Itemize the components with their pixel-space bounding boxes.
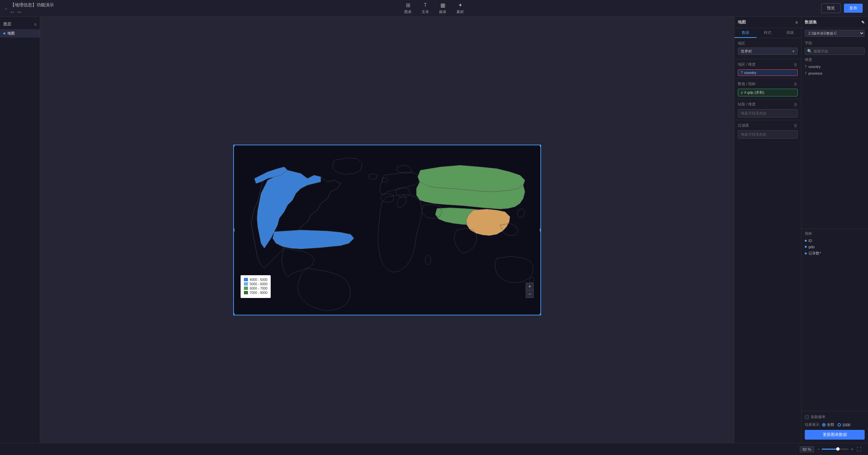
zoom-slider-thumb bbox=[836, 447, 840, 451]
update-chart-button[interactable]: 更新图表数据 bbox=[805, 430, 865, 439]
radio-count-label: 1000 bbox=[842, 423, 850, 427]
map-zoom-controls: + − bbox=[526, 282, 534, 298]
metric-row: 数值 / 指标 🗑 bbox=[735, 80, 801, 88]
search-input[interactable] bbox=[813, 49, 862, 53]
title-area: 【地理信息】功能演示 ↩ ↪ bbox=[10, 2, 54, 15]
back-button[interactable]: ‹ bbox=[5, 6, 7, 11]
metric-item-gdp[interactable]: gdp bbox=[805, 244, 865, 250]
field-type-icon-country: T bbox=[805, 65, 807, 69]
radio-group: 全部 1000 bbox=[822, 422, 850, 427]
geo-dim-delete-icon[interactable]: 🗑 bbox=[794, 62, 798, 67]
legend-color-0 bbox=[244, 278, 248, 281]
canvas-area[interactable]: 地图 bbox=[40, 17, 734, 443]
sidebar-menu-icon[interactable]: ≡ bbox=[34, 22, 36, 27]
filter-delete-icon[interactable]: 🗑 bbox=[794, 123, 798, 128]
tab-advanced[interactable]: 高级 bbox=[779, 28, 801, 38]
result-label: 结果展示 bbox=[805, 422, 819, 427]
refresh-checkbox[interactable] bbox=[805, 415, 809, 419]
dataset-version-select[interactable]: 2.1版本演示数据-C bbox=[805, 30, 865, 37]
publish-button[interactable]: 发布 bbox=[844, 4, 863, 13]
metric-name-count: 记录数* bbox=[808, 251, 821, 256]
map-zoom-out-button[interactable]: − bbox=[526, 290, 533, 298]
tab-data[interactable]: 数据 bbox=[735, 28, 756, 38]
field-item-country[interactable]: T country bbox=[801, 63, 868, 70]
geo-dim-row: 地区 / 维度 🗑 bbox=[735, 61, 801, 68]
layer-dot bbox=[3, 32, 5, 34]
asset-icon: ✦ bbox=[457, 2, 464, 8]
zoom-slider[interactable] bbox=[822, 449, 848, 450]
metric-item-count[interactable]: 记录数* bbox=[805, 250, 865, 257]
map-panel-menu-icon[interactable]: ≡ bbox=[796, 20, 798, 25]
metric-item-id[interactable]: ID bbox=[805, 238, 865, 244]
geo-dim-tag[interactable]: T country bbox=[738, 69, 798, 76]
dataset-panel: 数据集 ✎ 2.1版本演示数据-C 字段 🔍 维度 T country T pr… bbox=[801, 17, 868, 443]
layer-name: 地图 bbox=[7, 31, 15, 36]
legend-color-2 bbox=[244, 286, 248, 290]
undo-button[interactable]: ↩ bbox=[10, 9, 14, 15]
tool-text[interactable]: Ｔ 文本 bbox=[422, 2, 429, 14]
drill-label: 钻取 / 维度 bbox=[738, 102, 755, 107]
drill-delete-icon[interactable]: 🗑 bbox=[794, 102, 798, 107]
legend-item-2: 6000 - 7000 bbox=[244, 286, 267, 290]
tool-asset[interactable]: ✦ 素材 bbox=[457, 2, 464, 14]
metric-dot-id bbox=[805, 240, 807, 242]
chart-icon: ⊞ bbox=[404, 2, 411, 8]
zoom-slider-container: − + bbox=[817, 447, 853, 452]
radio-count[interactable]: 1000 bbox=[838, 423, 850, 427]
search-field[interactable]: 🔍 bbox=[805, 48, 865, 55]
radio-all[interactable]: 全部 bbox=[822, 422, 834, 427]
legend-item-3: 7000 - 8000 bbox=[244, 291, 267, 295]
fullscreen-icon[interactable]: ⛶ bbox=[857, 447, 861, 452]
layer-item-map[interactable]: 地图 bbox=[0, 29, 40, 37]
preview-button[interactable]: 预览 bbox=[821, 3, 841, 13]
topbar: ‹ 【地理信息】功能演示 ↩ ↪ ⊞ 图表 Ｔ 文本 ▦ 媒体 ✦ 素材 预览 … bbox=[0, 0, 868, 17]
media-icon: ▦ bbox=[439, 2, 446, 8]
redo-button[interactable]: ↪ bbox=[17, 9, 21, 15]
map-zoom-in-button[interactable]: + bbox=[526, 283, 533, 290]
undo-redo-group: ↩ ↪ bbox=[10, 9, 54, 15]
metric-tag[interactable]: # # gdp (求和) bbox=[738, 89, 798, 96]
metric-label: 数值 / 指标 bbox=[738, 81, 755, 86]
map-container bbox=[234, 145, 540, 315]
region-section: 地区 世界村 中国 ▼ bbox=[735, 38, 801, 58]
zoom-unit: % bbox=[808, 447, 811, 451]
dataset-header: 数据集 ✎ bbox=[801, 17, 868, 28]
zoom-out-icon[interactable]: − bbox=[817, 447, 820, 452]
map-panel-header: 地图 ≡ bbox=[735, 17, 801, 28]
metric-name-id: ID bbox=[808, 239, 812, 243]
metric-delete-icon[interactable]: 🗑 bbox=[794, 82, 798, 86]
metric-type-icon: # bbox=[741, 91, 743, 95]
legend-color-3 bbox=[244, 291, 248, 294]
drill-row: 钻取 / 维度 🗑 bbox=[735, 100, 801, 108]
zoom-in-icon[interactable]: + bbox=[850, 447, 853, 452]
region-select[interactable]: 世界村 中国 bbox=[738, 48, 798, 55]
map-legend: 4000 - 5000 5000 - 6000 6000 - 7000 7000… bbox=[241, 275, 271, 298]
sidebar-header: 图层 ≡ bbox=[0, 20, 40, 29]
tool-chart[interactable]: ⊞ 图表 bbox=[404, 2, 411, 14]
text-icon: Ｔ bbox=[422, 2, 429, 8]
filter-row: 过滤器 🗑 bbox=[735, 122, 801, 129]
zoom-display: 82 % bbox=[800, 446, 814, 452]
map-config-panel: 地图 ≡ 数据 样式 高级 地区 世界村 中国 ▼ 地区 / 维度 🗑 bbox=[734, 17, 801, 443]
chart-frame: 地图 bbox=[233, 145, 541, 315]
geo-dim-value: country bbox=[744, 71, 756, 75]
dataset-edit-icon[interactable]: ✎ bbox=[861, 20, 865, 25]
filter-label: 过滤器 bbox=[738, 123, 749, 128]
main-layout: 图层 ≡ 地图 地图 bbox=[0, 17, 868, 443]
metric-name-gdp: gdp bbox=[808, 245, 814, 249]
tool-media[interactable]: ▦ 媒体 bbox=[439, 2, 446, 14]
topbar-right: 预览 发布 bbox=[821, 3, 863, 13]
radio-all-label: 全部 bbox=[827, 422, 834, 427]
zoom-value: 82 bbox=[803, 447, 807, 451]
metric-dot-gdp bbox=[805, 246, 807, 248]
tool-chart-label: 图表 bbox=[404, 9, 411, 14]
field-item-province[interactable]: T province bbox=[801, 70, 868, 77]
page-title: 【地理信息】功能演示 bbox=[10, 2, 54, 7]
tool-media-label: 媒体 bbox=[439, 9, 446, 14]
search-icon: 🔍 bbox=[807, 49, 812, 54]
region-select-wrapper: 世界村 中国 ▼ bbox=[738, 48, 798, 55]
world-map-svg bbox=[234, 145, 540, 315]
tab-style[interactable]: 样式 bbox=[756, 28, 779, 38]
geo-dim-label: 地区 / 维度 bbox=[738, 62, 755, 67]
dataset-bottom: 刷新频率 结果展示 全部 1000 更新图表数据 bbox=[801, 411, 868, 443]
